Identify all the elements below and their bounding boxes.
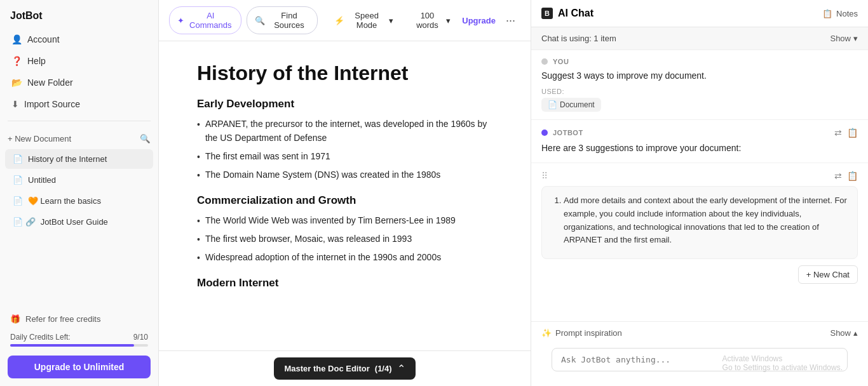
doc-icon: 📄 [13, 175, 23, 185]
chat-using-bar: Chat is using: 1 item Show ▾ [531, 27, 868, 50]
chat-using-label: Chat is using: 1 item [541, 34, 616, 43]
badge-close-button[interactable]: ⌃ [397, 363, 405, 375]
sidebar-item-label: Help [27, 56, 46, 66]
notes-button[interactable]: 📋 Notes [822, 9, 858, 18]
copy-button[interactable]: 📋 [847, 128, 858, 138]
refer-credits-item[interactable]: 🎁 Refer for free credits [8, 309, 151, 329]
doc-badge-label: Document [560, 100, 595, 109]
bullet-1-2: Widespread adoption of the internet in t… [197, 250, 492, 265]
editor-toolbar: ✦ AI Commands 🔍 Find Sources ⚡ Speed Mod… [159, 0, 531, 41]
ai-commands-icon: ✦ [177, 16, 184, 25]
sidebar-item-label: New Folder [27, 77, 73, 88]
sidebar-item-new-folder[interactable]: 📂 New Folder [5, 72, 153, 93]
user-role-label: YOU [553, 58, 569, 65]
chevron-down-icon: ▾ [446, 16, 451, 25]
import-icon: ⬇ [11, 99, 19, 109]
bot-avatar-dot [541, 130, 548, 136]
sidebar-item-learn-basics[interactable]: 📄 🧡 Learn the basics [5, 191, 153, 211]
document-content: History of the Internet Early Developmen… [197, 62, 492, 290]
find-sources-icon: 🔍 [255, 16, 265, 25]
user-message: YOU Suggest 3 ways to improve my documen… [531, 50, 868, 120]
used-label: USED: [541, 88, 858, 95]
find-sources-button[interactable]: 🔍 Find Sources [247, 6, 318, 34]
credits-label: Daily Credits Left: [10, 333, 71, 342]
new-document-button[interactable]: + New Document [8, 134, 71, 143]
suggestion-list: Add more details and context about the e… [541, 186, 858, 259]
bot-msg-header: JOTBOT ⇄ 📋 [541, 128, 858, 138]
bot-message: JOTBOT ⇄ 📋 Here are 3 suggestions to imp… [531, 120, 868, 163]
new-chat-button[interactable]: + New Chat [798, 265, 858, 284]
upgrade-link[interactable]: Upgrade [462, 16, 496, 25]
search-docs-button[interactable]: 🔍 [140, 134, 151, 143]
sidebar-item-account[interactable]: 👤 Account [5, 29, 153, 50]
bullet-0-1: The first email was sent in 1971 [197, 149, 492, 164]
prompt-insp-header: ✨ Prompt inspiration Show ▴ [541, 328, 858, 338]
ai-chat-scroll[interactable]: Chat is using: 1 item Show ▾ YOU Suggest… [531, 27, 868, 321]
master-progress: (1/4) [375, 364, 392, 373]
help-icon: ❓ [11, 56, 22, 66]
section-heading-1: Commercialization and Growth [197, 194, 492, 207]
speed-mode-label: Speed Mode [347, 11, 386, 30]
credits-bar [10, 344, 148, 347]
editor-scroll[interactable]: History of the Internet Early Developmen… [159, 41, 531, 350]
ai-panel-header: B AI Chat 📋 Notes [531, 0, 868, 27]
user-avatar-dot [541, 58, 548, 65]
bot-msg-actions: ⇄ 📋 [834, 128, 858, 138]
word-count-button[interactable]: 100 words ▾ [405, 7, 458, 34]
suggestions-header: ⠿ ⇄ 📋 [541, 171, 858, 181]
chat-input[interactable] [552, 348, 848, 371]
bullet-1-0: The World Wide Web was invented by Tim B… [197, 213, 492, 228]
upgrade-unlimited-button[interactable]: Upgrade to Unlimited [8, 356, 151, 378]
search-icon: 🔍 [140, 134, 151, 143]
docs-header: + New Document 🔍 [0, 129, 158, 149]
gift-icon: 🎁 [10, 314, 20, 324]
suggestion-copy-alt-button[interactable]: ⇄ [834, 171, 842, 181]
bullet-1-1: The first web browser, Mosaic, was relea… [197, 232, 492, 246]
credits-fill [10, 344, 134, 347]
user-msg-header: YOU [541, 58, 858, 65]
more-options-button[interactable]: ··· [501, 11, 520, 30]
drag-handle-icon: ⠿ [541, 171, 548, 181]
ai-title-icon: B [541, 8, 553, 19]
ai-chat-label: AI Chat [558, 8, 593, 19]
sidebar-item-untitled[interactable]: 📄 Untitled [5, 170, 153, 190]
ai-panel-title: B AI Chat [541, 8, 593, 19]
speed-mode-button[interactable]: ⚡ Speed Mode ▾ [328, 7, 399, 34]
ai-commands-button[interactable]: ✦ AI Commands [169, 6, 241, 34]
sidebar-item-label: Account [27, 34, 60, 44]
sidebar-bottom: 🎁 Refer for free credits Daily Credits L… [0, 302, 158, 386]
sidebar-divider [8, 121, 151, 121]
bot-message-text: Here are 3 suggestions to improve your d… [541, 142, 858, 155]
doc-label: History of the Internet [28, 154, 107, 164]
sidebar-item-history-internet[interactable]: 📄 History of the Internet [5, 149, 153, 169]
document-title: History of the Internet [197, 62, 492, 85]
show-prompt-label: Show [830, 328, 851, 338]
sidebar-item-jotbot-guide[interactable]: 📄 🔗 JotBot User Guide [5, 212, 153, 232]
sidebar: JotBot 👤 Account ❓ Help 📂 New Folder ⬇ I… [0, 0, 159, 386]
prompt-show-button[interactable]: Show ▴ [830, 328, 858, 338]
credits-value: 9/10 [133, 333, 148, 342]
chat-show-button[interactable]: Show ▾ [830, 34, 858, 43]
doc-icon: 📄 [13, 154, 23, 164]
doc-label: JotBot User Guide [41, 217, 108, 227]
used-doc-badge: 📄 Document [541, 98, 601, 112]
bullet-0-0: ARPANET, the precursor to the internet, … [197, 117, 492, 145]
words-label: 100 words [411, 11, 444, 30]
doc-label: Untitled [28, 175, 56, 185]
bottom-bar: Master the Doc Editor (1/4) ⌃ [159, 350, 531, 386]
prompt-inspiration: ✨ Prompt inspiration Show ▴ Activate Win… [531, 321, 868, 386]
notes-icon: 📋 [822, 9, 832, 18]
sidebar-item-help[interactable]: ❓ Help [5, 51, 153, 71]
show-label: Show [830, 34, 851, 43]
doc-icon: 📄 🔗 [13, 217, 36, 227]
app-logo: JotBot [0, 0, 158, 29]
user-message-text: Suggest 3 ways to improve my document. [541, 69, 858, 83]
prompt-insp-left: ✨ Prompt inspiration [541, 328, 622, 338]
speed-icon: ⚡ [334, 16, 344, 25]
suggestion-copy-button[interactable]: 📋 [847, 171, 858, 181]
copy-alt-button[interactable]: ⇄ [834, 128, 842, 138]
bot-role-left: JOTBOT [541, 129, 583, 136]
sidebar-item-label: Import Source [24, 99, 80, 109]
sidebar-item-import-source[interactable]: ⬇ Import Source [5, 94, 153, 114]
section-heading-2: Modern Internet [197, 277, 492, 290]
